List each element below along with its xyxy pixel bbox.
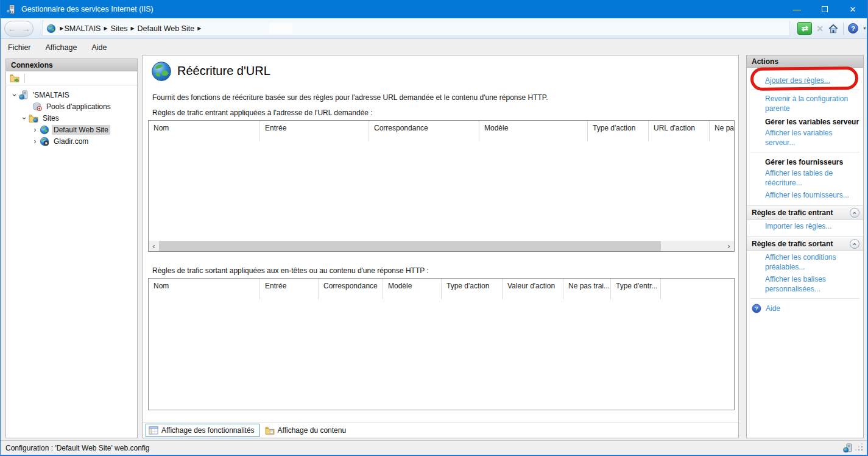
scroll-left-icon[interactable]: ‹ — [149, 241, 159, 251]
actions-header: Actions — [747, 55, 863, 68]
chevron-collapsed-icon[interactable]: › — [32, 138, 38, 145]
refresh-button[interactable]: ⇄ — [797, 22, 812, 35]
content-view-icon — [265, 426, 275, 435]
tab-features-view[interactable]: Affichage des fonctionnalités — [146, 424, 259, 437]
inbound-table-header: Nom Entrée Correspondance Modèle Type d'… — [149, 121, 734, 141]
tree-item-label: Pools d'applications — [44, 102, 113, 112]
group-label: Règles de trafic sortant — [752, 240, 833, 248]
action-view-preconditions[interactable]: Afficher les conditions préalables... — [747, 251, 863, 273]
save-connections-icon[interactable] — [10, 73, 19, 83]
scroll-right-icon[interactable]: › — [724, 241, 734, 251]
address-bar[interactable]: ▶ SMALTAIS ▶ Sites ▶ Default Web Site ▶ — [42, 21, 790, 36]
globe-icon — [46, 24, 56, 34]
column-header[interactable]: Nom — [149, 279, 260, 299]
group-label: Règles de trafic entrant — [752, 208, 833, 217]
action-view-custom-tags[interactable]: Afficher les balises personnalisées... — [747, 273, 863, 295]
collapse-button[interactable]: › — [850, 239, 859, 249]
collapse-button[interactable]: › — [850, 208, 859, 218]
horizontal-scrollbar[interactable]: ‹ › — [149, 241, 734, 251]
column-header[interactable]: Entrée — [260, 279, 319, 299]
maximize-button[interactable] — [811, 0, 839, 18]
breadcrumb-server[interactable]: SMALTAIS — [64, 24, 101, 33]
close-button[interactable]: ✕ — [839, 0, 867, 18]
status-bar-right — [843, 443, 863, 453]
scrollbar-thumb[interactable] — [159, 241, 661, 251]
column-header[interactable]: Modèle — [479, 121, 588, 141]
action-add-rules[interactable]: Ajouter des règles... — [747, 74, 863, 87]
column-header[interactable]: Type d'action — [588, 121, 649, 141]
column-header[interactable]: Ne pas trai... — [563, 279, 611, 299]
column-header[interactable]: Valeur d'action — [503, 279, 563, 299]
breadcrumb-arrow-icon: ▶ — [197, 26, 201, 31]
tree-item-gladir[interactable]: › Gladir.com — [6, 135, 137, 147]
status-bar: Configuration : 'Default Web Site' web.c… — [1, 440, 867, 455]
action-view-rewrite-maps[interactable]: Afficher les tables de réécriture... — [747, 167, 863, 189]
tab-content-view[interactable]: Affichage du contenu — [262, 424, 351, 437]
heading-manage-providers: Gérer les fournisseurs — [747, 155, 863, 167]
breadcrumb-default-web-site[interactable]: Default Web Site — [138, 24, 195, 33]
menu-aide[interactable]: Aide — [84, 39, 114, 56]
tree-item-sites[interactable]: › Sites — [6, 112, 137, 124]
nav-buttons: ← → — [4, 21, 34, 37]
iis-manager-window: Gestionnaire des services Internet (IIS)… — [0, 0, 868, 456]
help-icon: ? — [851, 25, 855, 32]
action-view-providers[interactable]: Afficher les fournisseurs... — [747, 189, 863, 201]
outbound-rules-table[interactable]: Nom Entrée Correspondance Modèle Type d'… — [148, 278, 735, 410]
url-rewrite-icon — [151, 61, 172, 82]
column-header[interactable]: Modèle — [383, 279, 442, 299]
home-button[interactable] — [828, 23, 839, 34]
action-import-rules[interactable]: Importer les règles... — [747, 220, 863, 232]
column-header[interactable]: Type d'action — [442, 279, 503, 299]
iis-server-icon — [843, 443, 853, 453]
close-icon: ✕ — [850, 5, 856, 14]
column-header[interactable]: URL d'action — [649, 121, 710, 141]
tree-item-application-pools[interactable]: Pools d'applications — [6, 101, 137, 112]
chevron-expanded-icon[interactable]: › — [11, 91, 18, 98]
column-header[interactable]: Ne pa — [710, 121, 734, 141]
action-help[interactable]: Aide — [747, 301, 863, 316]
chevron-collapsed-icon[interactable]: › — [32, 126, 38, 134]
outbound-table-header: Nom Entrée Correspondance Modèle Type d'… — [149, 279, 734, 299]
menu-fichier[interactable]: Fichier — [1, 39, 38, 56]
group-inbound-rules: Règles de trafic entrant › — [747, 205, 863, 220]
breadcrumb-arrow-icon: ▶ — [130, 26, 134, 31]
actions-separator — [750, 152, 859, 152]
connections-panel: Connexions › 'SMALTAIS Pools d'applicati… — [5, 59, 138, 438]
help-button[interactable]: ? — [848, 23, 858, 34]
connections-header: Connexions — [6, 59, 137, 71]
menu-affichage[interactable]: Affichage — [38, 39, 85, 56]
scrollbar-track[interactable] — [159, 241, 724, 251]
page-title: Réécriture d'URL — [177, 64, 270, 78]
column-header[interactable]: Nom — [149, 121, 260, 141]
breadcrumb-sites[interactable]: Sites — [111, 24, 128, 33]
tree-item-server[interactable]: › 'SMALTAIS — [6, 89, 137, 101]
minimize-icon: — — [793, 5, 801, 14]
heading-manage-server-variables: Gérer les variables serveur — [747, 115, 863, 127]
tree-item-default-web-site[interactable]: › Default Web Site — [6, 124, 137, 135]
sites-folder-icon — [29, 113, 38, 123]
website-stopped-icon — [40, 137, 49, 146]
resize-grip[interactable] — [856, 444, 863, 451]
action-revert-to-parent[interactable]: Revenir à la configuration parente — [747, 93, 863, 115]
tree-item-label: Sites — [41, 113, 61, 123]
back-button[interactable]: ← — [8, 24, 16, 33]
page-description: Fournit des fonctions de réécriture basé… — [152, 93, 548, 102]
forward-button[interactable]: → — [22, 24, 30, 33]
column-header[interactable]: Entrée — [260, 121, 369, 141]
actions-separator — [750, 298, 859, 299]
features-view-icon — [149, 426, 158, 435]
action-view-server-variables[interactable]: Afficher les variables serveur... — [747, 127, 863, 149]
address-edit-area — [269, 23, 292, 34]
inbound-rules-table[interactable]: Nom Entrée Correspondance Modèle Type d'… — [148, 120, 735, 252]
app-icon — [6, 4, 16, 15]
breadcrumb-arrow-icon: ▶ — [104, 26, 107, 31]
chevron-up-icon: › — [851, 243, 858, 245]
application-pools-icon — [32, 102, 42, 112]
connections-tree: › 'SMALTAIS Pools d'applications › Sites… — [6, 85, 137, 147]
column-header[interactable]: Correspondance — [369, 121, 479, 141]
help-dropdown-icon[interactable]: ▼ — [863, 26, 867, 30]
column-header[interactable]: Type d'entr... — [611, 279, 661, 299]
chevron-expanded-icon[interactable]: › — [21, 115, 28, 121]
column-header[interactable]: Correspondance — [319, 279, 383, 299]
minimize-button[interactable]: — — [783, 0, 811, 18]
